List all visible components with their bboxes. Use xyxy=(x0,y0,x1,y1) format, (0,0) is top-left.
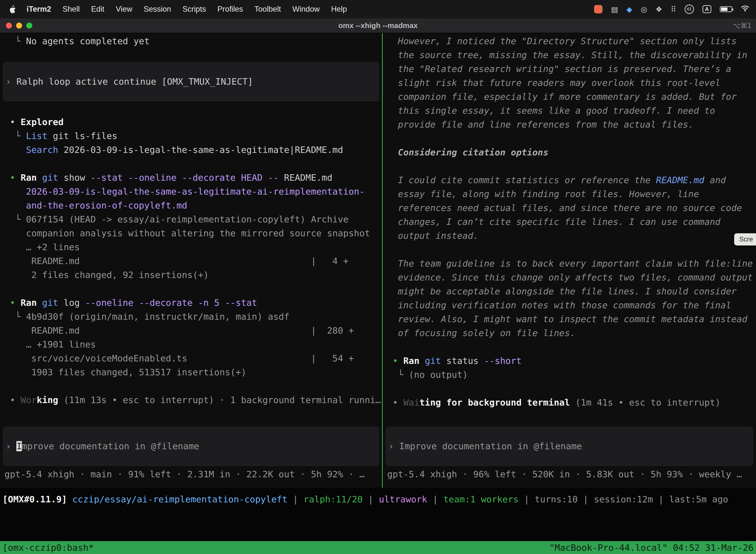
terminal-text-segment: this single essay, it seems like a good … xyxy=(387,106,715,116)
left-prompt-input[interactable]: › Improve documentation in @filename xyxy=(3,427,379,466)
terminal-text-segment: review. Also, I might want to inspect th… xyxy=(387,314,747,324)
terminal-text-segment: including verification notes with those … xyxy=(387,300,731,310)
terminal-line: • Ran git status --short xyxy=(387,354,756,368)
menu-bar-status-area: ▤ ◆ ◎ ❖ ⠿ 61 A xyxy=(594,4,750,14)
window-title-bar[interactable]: omx --xhigh --madmax ⌥⌘1 xyxy=(0,18,756,33)
terminal-text-segment: Ralph loop active continue [OMX_TMUX_INJ… xyxy=(16,76,253,87)
raycast-icon[interactable]: ◆ xyxy=(627,5,632,14)
stats-icon[interactable]: ▤ xyxy=(611,5,618,14)
left-bottom-area: › Improve documentation in @filename gpt… xyxy=(0,427,382,481)
tmux-status-bar: [omx-cczip0:bash* "MacBook-Pro-44.local"… xyxy=(0,541,756,554)
menu-item-session[interactable]: Session xyxy=(138,5,177,14)
screen-share-pill[interactable]: Scre xyxy=(734,233,756,245)
menu-item-help[interactable]: Help xyxy=(325,5,353,14)
terminal-text-segment: └ (no output) xyxy=(387,370,468,380)
tmux-window-label[interactable]: [omx-cczip0:bash* xyxy=(2,543,94,553)
terminal-text-segment: I could cite commit statistics or refere… xyxy=(387,175,656,185)
terminal-text-segment: List xyxy=(26,131,48,141)
terminal-text-segment: show xyxy=(58,172,90,183)
menu-item-iterm2[interactable]: iTerm2 xyxy=(21,5,57,14)
terminal-line: the "Related research writing" section i… xyxy=(387,62,756,76)
terminal-text-segment: • xyxy=(4,117,20,127)
left-transcript: • Explored └ List git ls-files Search 20… xyxy=(0,101,382,407)
terminal-text-segment: 2026-03-09-is-legal-the-same-as-legitima… xyxy=(4,186,365,197)
terminal-text-segment: (11m 13s • esc to interrupt) · 1 backgro… xyxy=(58,395,381,405)
terminal-line: and-the-erosion-of-copyleft.md xyxy=(4,199,382,213)
terminal-line: • Ran git log --oneline --decorate -n 5 … xyxy=(4,296,382,310)
terminal-line: src/voice/voiceModeEnabled.ts | 54 + xyxy=(4,351,382,365)
terminal-line: The team guideline is to back every impo… xyxy=(387,257,756,271)
shortcuts-icon[interactable]: ❖ xyxy=(655,5,662,14)
terminal-line: essay file, along with finding root file… xyxy=(387,187,756,201)
terminal-line: … +1901 lines xyxy=(4,338,382,351)
terminal-text-segment xyxy=(420,356,425,366)
close-button[interactable] xyxy=(6,22,12,29)
terminal-text-segment: • xyxy=(387,397,403,407)
apps-grid-icon[interactable]: ⠿ xyxy=(671,5,676,14)
terminal-text-segment: • xyxy=(4,395,20,405)
safari-icon[interactable]: ◎ xyxy=(641,5,647,14)
terminal-text-segment: output instead. xyxy=(387,231,479,241)
terminal-line: companion analysis without altering the … xyxy=(4,226,382,240)
terminal-line: including verification notes with those … xyxy=(387,298,756,312)
terminal-text-segment: 2 files changed, 92 insertions(+) xyxy=(4,270,209,280)
terminal-text-segment: └ 067f154 (HEAD -> essay/ai-reimplementa… xyxy=(4,214,349,224)
menu-item-edit[interactable]: Edit xyxy=(85,5,110,14)
terminal-text-segment: log xyxy=(58,297,85,308)
zoom-button[interactable] xyxy=(26,22,32,29)
terminal-text-segment: git xyxy=(425,356,441,366)
input-source-icon[interactable]: A xyxy=(702,5,711,13)
terminal-text-segment: … +2 lines xyxy=(4,242,80,252)
wifi-icon[interactable] xyxy=(741,5,750,14)
terminal-line xyxy=(4,101,382,115)
minimize-button[interactable] xyxy=(16,22,22,29)
terminal-text-segment: 2026-03-09-is-legal-the-same-as-legitima… xyxy=(58,145,343,155)
menu-item-shell[interactable]: Shell xyxy=(57,5,85,14)
terminal-text-segment: ralph:11/20 xyxy=(304,494,363,504)
menu-item-toolbelt[interactable]: Toolbelt xyxy=(249,5,287,14)
menu-item-view[interactable]: View xyxy=(110,5,138,14)
terminal-line: output instead. xyxy=(387,229,756,243)
terminal-line: └ (no output) xyxy=(387,368,756,382)
terminal-line: └ 4b9d30f (origin/main, instructkr/main,… xyxy=(4,310,382,324)
right-terminal-pane[interactable]: However, I noticed the "Directory Struct… xyxy=(383,33,756,488)
terminal-text-segment: mprove documentation in @filename xyxy=(22,441,199,451)
screen-recording-icon[interactable] xyxy=(594,5,603,13)
terminal-text-segment: README.md | 4 + xyxy=(4,256,349,266)
terminal-line xyxy=(387,131,756,146)
terminal-text-segment: | xyxy=(427,494,443,504)
terminal-line: might be acceptable alongside the file l… xyxy=(387,284,756,298)
left-terminal-pane[interactable]: └ No agents completed yet › Ralph loop a… xyxy=(0,33,382,488)
terminal-text-segment: No agents completed yet xyxy=(26,36,150,46)
terminal-line: of focusing solely on file lines. xyxy=(387,326,756,340)
terminal-line: companion file, especially if more comme… xyxy=(387,90,756,104)
terminal-line xyxy=(4,282,382,296)
terminal-text-segment: Ran xyxy=(403,356,420,366)
terminal-line xyxy=(387,340,756,354)
menu-item-scripts[interactable]: Scripts xyxy=(177,5,212,14)
terminal-text-segment: --short xyxy=(484,356,522,366)
terminal-line: └ 067f154 (HEAD -> essay/ai-reimplementa… xyxy=(4,213,382,226)
right-prompt-input[interactable]: › Improve documentation in @filename xyxy=(386,427,753,466)
terminal-text-segment: Wai xyxy=(403,397,420,407)
terminal-line: … +2 lines xyxy=(4,240,382,254)
right-bottom-area: › Improve documentation in @filename gpt… xyxy=(383,427,756,481)
menu-item-profiles[interactable]: Profiles xyxy=(211,5,249,14)
terminal-line: 2026-03-09-is-legal-the-same-as-legitima… xyxy=(4,185,382,199)
terminal-text-segment: README.md | 280 + xyxy=(4,325,354,336)
battery-percent-icon[interactable]: 61 xyxy=(685,4,694,14)
terminal-text-segment: I xyxy=(16,441,22,451)
battery-icon[interactable] xyxy=(720,6,732,12)
terminal-text-segment: git xyxy=(42,172,58,183)
apple-menu-icon[interactable] xyxy=(6,5,21,13)
terminal-line: slight risk that future readers may over… xyxy=(387,76,756,90)
terminal-text-segment: king xyxy=(37,395,58,405)
terminal-line: • Working (11m 13s • esc to interrupt) ·… xyxy=(4,393,382,407)
right-prompt-text: › Improve documentation in @filename xyxy=(388,439,750,453)
terminal-line: the source tree, missing the essay. Stil… xyxy=(387,48,756,62)
terminal-text-segment: › Improve documentation in @filename xyxy=(388,441,582,451)
menu-item-window[interactable]: Window xyxy=(287,5,325,14)
terminal-text-segment: git xyxy=(42,297,58,308)
terminal-line: • Ran git show --stat --oneline --decora… xyxy=(4,171,382,185)
terminal-text-segment: the "Related research writing" section i… xyxy=(387,64,731,74)
